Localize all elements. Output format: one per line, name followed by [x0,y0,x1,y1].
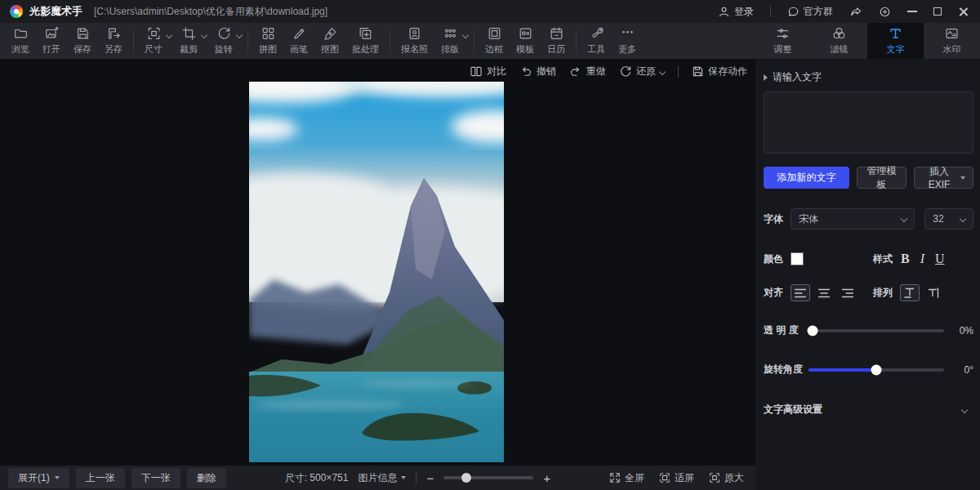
text-panel: 请输入文字 添加新的文字 管理模板 插入EXIF 字体 宋体 32 [755,59,980,490]
divider [133,30,134,51]
insert-exif-button[interactable]: 插入EXIF [914,167,973,189]
official-group-button[interactable]: 官方群 [787,5,833,19]
toolbar-item-collage[interactable]: 拼图 [252,23,283,59]
toolbar-item-crop[interactable]: 裁剪 [173,23,204,59]
rotation-slider-handle[interactable] [871,364,882,375]
style-label: 样式 [873,252,893,266]
save-action-button[interactable]: 保存动作 [692,65,747,78]
save-as-icon [106,26,122,41]
chevron-down-icon [901,216,907,222]
divider [474,30,474,51]
divider [390,30,390,51]
image-size-label: 尺寸: 500×751 [285,471,349,485]
toolbar-item-border[interactable]: 边框 [479,23,510,59]
compare-button[interactable]: 对比 [470,65,506,78]
chevron-down-icon[interactable] [659,68,666,74]
more-dots-icon [620,26,635,41]
editing-canvas[interactable]: 对比 撤销 重做 还原 [0,59,755,466]
settings-button[interactable] [879,6,891,18]
opacity-slider-handle[interactable] [808,325,818,336]
bold-button[interactable]: B [898,252,912,266]
manage-templates-button[interactable]: 管理模板 [857,167,906,189]
advanced-text-settings[interactable]: 文字高级设置 [764,403,973,416]
save-action-icon [692,65,704,78]
undo-icon [519,65,532,78]
image-info-button[interactable]: 图片信息 [358,471,406,485]
text-input[interactable] [764,91,973,154]
actual-size-button[interactable]: 原大 [709,471,744,485]
app-window: 光影魔术手 [C:\Users\admin\Desktop\优化备用素材\dow… [0,0,980,490]
toolbar-item-template[interactable]: 模板 [510,23,541,59]
vertical-text-button[interactable] [924,284,943,301]
expand-filmstrip-button[interactable]: 展开(1) [8,468,69,488]
restore-icon [619,65,632,78]
tab-adjust[interactable]: 调整 [755,23,811,59]
toolbar-item-cutout[interactable]: 抠图 [314,23,345,59]
toolbar-item-open[interactable]: 打开 [36,23,67,59]
fit-screen-button[interactable]: 适屏 [659,471,694,485]
tab-text[interactable]: 文字 [867,23,924,59]
horizontal-text-button[interactable] [900,284,920,301]
app-logo-icon [10,5,23,18]
align-center-button[interactable] [814,284,834,301]
minimize-button[interactable] [907,11,917,12]
toolbar-item-brush[interactable]: 画笔 [283,23,314,59]
next-image-button[interactable]: 下一张 [131,468,180,488]
toolbar-item-browse[interactable]: 浏览 [5,23,36,59]
color-swatch[interactable] [791,252,804,265]
login-button[interactable]: 登录 [718,5,754,19]
maximize-button[interactable] [933,7,942,16]
zoom-slider[interactable] [443,476,533,479]
fullscreen-button[interactable]: 全屏 [609,471,644,485]
align-label: 对齐 [764,286,783,300]
photo-image[interactable] [249,82,504,462]
toolbar-item-typeset[interactable]: 排版 [434,23,466,59]
toolbar-item-save-as[interactable]: 另存 [98,23,129,59]
toolbar-item-id-photo[interactable]: 报名照 [394,23,434,59]
delete-image-button[interactable]: 删除 [187,468,226,488]
title-bar: 光影魔术手 [C:\Users\admin\Desktop\优化备用素材\dow… [0,0,980,23]
rotation-value: 0° [952,364,973,376]
toolbar-item-more[interactable]: 更多 [612,23,643,59]
tab-filter[interactable]: 滤镜 [811,23,867,59]
share-button[interactable] [849,6,862,18]
toolbar-item-rotate[interactable]: 旋转 [208,23,239,59]
align-right-button[interactable] [838,284,858,301]
zoom-slider-handle[interactable] [461,473,471,483]
font-family-select[interactable]: 宋体 [791,208,915,229]
zoom-out-button[interactable]: − [426,472,434,484]
align-left-button[interactable] [791,284,810,301]
toolbar-item-tools[interactable]: 工具 [581,23,612,59]
toolbar-item-batch[interactable]: 批处理 [345,23,385,59]
undo-button[interactable]: 撤销 [519,65,556,78]
underline-button[interactable]: U [933,252,947,266]
rotation-slider[interactable] [808,368,944,372]
watermark-icon [944,26,960,41]
actual-size-icon [709,472,720,483]
divider [678,66,679,78]
resize-icon [146,26,162,41]
text-input-section-toggle[interactable]: 请输入文字 [764,70,973,84]
redo-icon [569,65,582,78]
italic-button[interactable]: I [918,252,927,266]
redo-button[interactable]: 重做 [569,65,606,78]
add-text-button[interactable]: 添加新的文字 [764,167,849,189]
font-label: 字体 [764,212,783,226]
toolbar-item-save[interactable]: 保存 [67,23,98,59]
chevron-down-icon [960,216,966,222]
toolbar-item-calendar[interactable]: 日历 [541,23,572,59]
wrench-icon [589,26,604,41]
toolbar-item-size[interactable]: 尺寸 [138,23,169,59]
opacity-slider[interactable] [808,329,944,332]
zoom-in-button[interactable]: + [543,472,550,484]
save-icon [75,26,91,41]
font-size-select[interactable]: 32 [924,208,973,229]
image-plus-icon [44,26,60,41]
crop-icon [181,26,197,41]
previous-image-button[interactable]: 上一张 [76,468,125,488]
restore-button[interactable]: 还原 [619,65,665,78]
triangle-down-icon [960,176,965,180]
brush-icon [292,26,307,41]
tab-watermark[interactable]: 水印 [924,23,980,59]
close-button[interactable] [958,7,969,17]
